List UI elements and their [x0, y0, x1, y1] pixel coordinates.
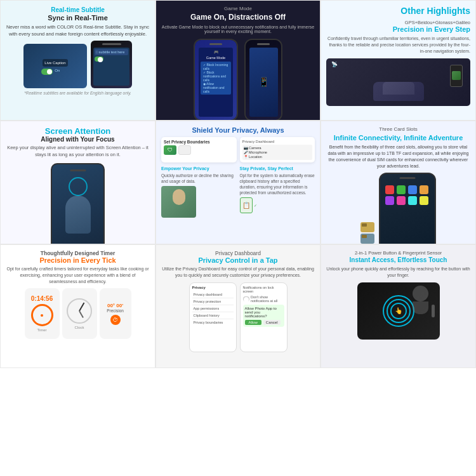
game-phone-mockup-2: 📱	[244, 39, 282, 121]
cell-power-button: 2-in-1 Power Button & Fingerprint Sensor…	[321, 244, 476, 368]
three-card-title: Infinite Connectivity, Infinite Adventur…	[326, 133, 470, 142]
screen-attention-title: Screen Attention	[6, 126, 150, 136]
game-phone-mockup: 🎮 Game Mode ✓ Block Incoming calls ✓ Blo…	[194, 39, 238, 121]
realtime-subtitle-title: Real-time Subtitle	[6, 6, 150, 14]
cc-sub: Stay Private, Stay Perfect	[240, 166, 315, 171]
pb-title: Set Privacy Boundaries	[164, 140, 234, 144]
screen-attention-phone	[51, 163, 105, 244]
main-grid: Real-time Subtitle Sync in Real-Time Nev…	[0, 0, 476, 476]
realtime-subtitle-desc: Never miss a word with COLOR OS Real-tim…	[6, 24, 150, 37]
realtime-subtitle-note: *Realtime subtitles are available for En…	[6, 91, 150, 95]
timer-title: Thoughtfully Designed Timer	[6, 250, 150, 256]
three-card-desc: Benefit from the flexibility of three ca…	[326, 144, 470, 169]
realtime-subtitle-subtitle: Sync in Real-Time	[6, 14, 150, 22]
sim-cards-visual: SIM 1 SIM 2 TF Card	[360, 222, 374, 244]
cell-three-card-slots: Three Card Slots Infinite Connectivity, …	[321, 121, 476, 244]
three-card-phone	[379, 173, 436, 244]
cell-privacy-dashboard: Privacy Dashboard Privacy Control in a T…	[155, 244, 321, 368]
three-card-label: Three Card Slots	[326, 126, 470, 132]
timer-subtitle: Precision in Every Tick	[6, 256, 150, 264]
pb-sub: Empower Your Privacy	[161, 166, 237, 171]
gps-desc: Confidently travel through unfamiliar te…	[326, 36, 470, 54]
fingerprint-visual: 👆	[357, 282, 440, 340]
pb-desc: Quickly authorize or decline the sharing…	[161, 173, 237, 184]
cell-screen-attention: Screen Attention Aligned with Your Focus…	[0, 121, 155, 244]
power-button-label: 2-in-1 Power Button & Fingerprint Sensor	[326, 250, 470, 256]
cc-desc: Opt for the system to automatically eras…	[240, 173, 315, 195]
gps-car-image: 📡	[326, 58, 470, 106]
timer-display-1: 0:14:56 Timer	[25, 288, 60, 339]
gps-label: GPS+Beidou+Glonass+Galileo	[326, 20, 470, 25]
game-mode-label: Game Mode	[161, 6, 315, 11]
privacy-dashboard-preview-card: Privacy Dashboard 📷 Camera 🎤 Microphone …	[240, 137, 315, 162]
privacy-dashboard-desc: Utilize the Privacy Dashboard for easy c…	[161, 266, 315, 279]
timer-display-2: Clock	[62, 288, 97, 339]
cc-desc-block: Stay Private, Stay Perfect Opt for the s…	[240, 166, 315, 218]
other-highlights-title: Other Highlights	[326, 6, 470, 16]
cell-game-mode: Game Mode Game On, Distractions Off Acti…	[155, 0, 321, 121]
cell-shield-privacy: Shield Your Privacy, Always Set Privacy …	[155, 121, 321, 244]
gps-title: Precision in Every Step	[326, 25, 470, 34]
privacy-notification-phone: Notifications on lock screen Don't show …	[240, 282, 288, 352]
privacy-settings-phone: Privacy Privacy dashboard Privacy protec…	[189, 282, 237, 352]
screen-attention-subtitle: Aligned with Your Focus	[6, 136, 150, 143]
pb-desc-block: Empower Your Privacy Quickly authorize o…	[161, 166, 237, 218]
game-mode-desc: Activate Game Mode to block out unnecess…	[161, 25, 315, 34]
privacy-dashboard-label: Privacy Dashboard	[161, 250, 315, 256]
power-button-title: Instant Access, Effortless Touch	[326, 256, 470, 264]
power-button-desc: Unlock your phone quickly and effortless…	[326, 266, 470, 279]
timer-display-3: 00° 00' Precision ⏱	[100, 288, 131, 339]
cell-timer: Thoughtfully Designed Timer Precision in…	[0, 244, 155, 368]
cell-realtime-subtitle: Real-time Subtitle Sync in Real-Time Nev…	[0, 0, 155, 121]
privacy-boundaries-card: Set Privacy Boundaries 🛡	[161, 137, 237, 162]
shield-privacy-title: Shield Your Privacy, Always	[161, 126, 315, 134]
screen-attention-desc: Keep your display alive and uninterrupte…	[6, 145, 150, 158]
timer-desc: Opt for carefully crafted timers tailore…	[6, 266, 150, 284]
cell-other-highlights: Other Highlights GPS+Beidou+Glonass+Gali…	[321, 0, 476, 121]
privacy-dashboard-title: Privacy Control in a Tap	[161, 256, 315, 264]
game-mode-title: Game On, Distractions Off	[161, 13, 315, 23]
